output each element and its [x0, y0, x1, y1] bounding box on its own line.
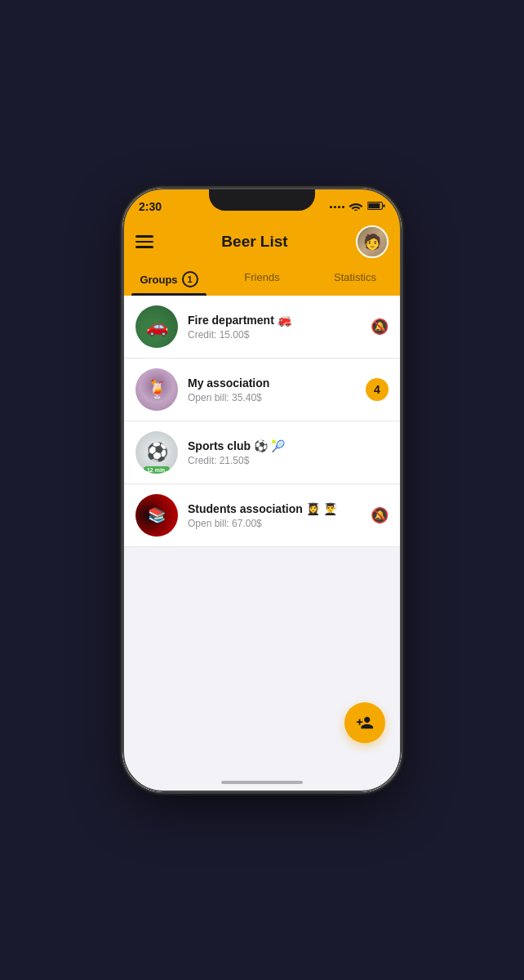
- svg-rect-1: [368, 203, 380, 208]
- group-sub: Open bill: 67.00$: [188, 518, 361, 529]
- status-icons: [330, 199, 385, 214]
- group-info-fire: Fire department 🚒 Credit: 15.00$: [188, 314, 361, 341]
- signal-icon: [330, 206, 344, 208]
- group-sub: Credit: 15.00$: [188, 329, 361, 341]
- home-bar: [221, 781, 303, 784]
- group-name: Students association 👩‍🎓 👨‍🎓: [188, 502, 361, 515]
- tab-statistics-label: Statistics: [334, 271, 376, 283]
- list-item[interactable]: 🚗 Fire department 🚒 Credit: 15.00$ 🔕: [122, 296, 402, 359]
- menu-button[interactable]: [135, 235, 153, 248]
- add-group-fab[interactable]: [344, 702, 385, 743]
- notification-action[interactable]: 4: [366, 378, 389, 401]
- tab-groups-label: Groups: [140, 274, 177, 286]
- time-badge: 12 min.: [144, 466, 170, 474]
- list-item[interactable]: ⚽ 12 min. Sports club ⚽ 🎾 Credit: 21.50$: [122, 421, 402, 484]
- screen: 2:30: [122, 188, 402, 792]
- group-avatar-fire: 🚗: [135, 305, 178, 348]
- wifi-icon: [349, 199, 363, 214]
- notification-action[interactable]: 🔕: [371, 318, 389, 336]
- user-avatar[interactable]: 🧑: [356, 225, 389, 258]
- group-avatar-assoc: 🍹: [135, 368, 178, 411]
- avatar-image: 🧑: [357, 227, 387, 256]
- group-name: Sports club ⚽ 🎾: [188, 439, 379, 452]
- list-item[interactable]: 📚 Students association 👩‍🎓 👨‍🎓 Open bill…: [122, 484, 402, 547]
- avatar-emoji: 🍹: [135, 368, 178, 411]
- add-group-icon: [356, 714, 374, 732]
- group-name: My association: [188, 376, 356, 390]
- header: Beer List 🧑: [122, 219, 402, 258]
- home-indicator: [122, 774, 402, 792]
- bell-muted-icon: 🔕: [371, 318, 389, 335]
- group-info-assoc: My association Open bill: 35.40$: [188, 376, 356, 403]
- notch: [209, 188, 315, 211]
- group-info-sports: Sports club ⚽ 🎾 Credit: 21.50$: [188, 439, 379, 466]
- notification-action[interactable]: 🔕: [371, 506, 389, 524]
- tab-friends-label: Friends: [244, 271, 279, 283]
- group-avatar-students: 📚: [135, 494, 178, 537]
- header-title: Beer List: [221, 233, 287, 251]
- battery-icon: [367, 199, 385, 214]
- list-item[interactable]: 🍹 My association Open bill: 35.40$ 4: [122, 359, 402, 421]
- tab-friends[interactable]: Friends: [215, 265, 309, 296]
- groups-badge: 1: [182, 271, 198, 287]
- avatar-emoji: 🚗: [135, 305, 178, 348]
- group-info-students: Students association 👩‍🎓 👨‍🎓 Open bill: …: [188, 502, 361, 529]
- phone-frame: 2:30: [122, 188, 402, 792]
- notification-count-badge: 4: [366, 378, 389, 401]
- tab-statistics[interactable]: Statistics: [309, 265, 402, 296]
- tab-groups[interactable]: Groups 1: [122, 265, 215, 296]
- group-sub: Open bill: 35.40$: [188, 392, 356, 403]
- fab-container: [344, 702, 385, 743]
- group-sub: Credit: 21.50$: [188, 455, 379, 466]
- svg-rect-2: [383, 204, 384, 207]
- avatar-emoji: 📚: [135, 494, 178, 537]
- status-time: 2:30: [139, 200, 162, 213]
- group-name: Fire department 🚒: [188, 314, 361, 327]
- tabs: Groups 1 Friends Statistics: [122, 258, 402, 296]
- bell-muted-icon: 🔕: [371, 507, 389, 523]
